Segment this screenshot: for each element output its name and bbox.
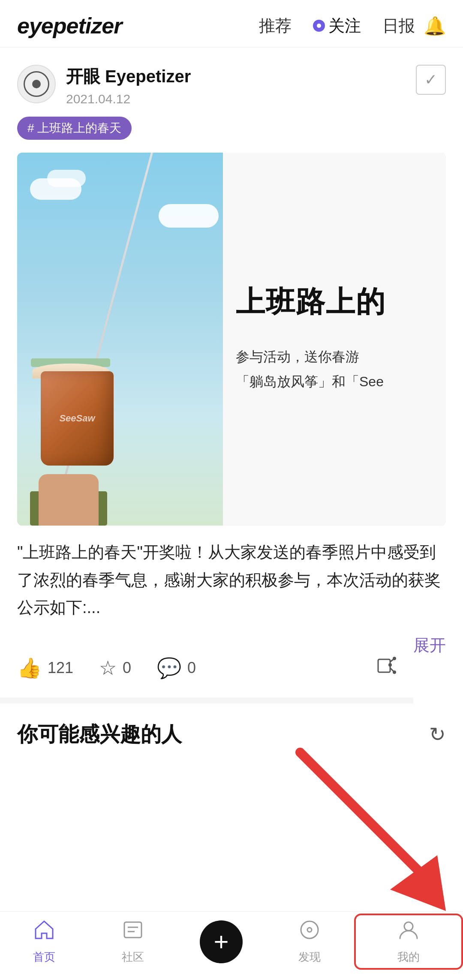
banner-photo-left: SeeSaw — [17, 153, 223, 526]
post-header: 开眼 Eyepetizer 2021.04.12 ✓ — [17, 65, 446, 106]
svg-rect-0 — [378, 659, 390, 672]
like-icon: 👍 — [17, 656, 42, 679]
banner-title: 上班路上的 — [236, 284, 433, 319]
like-count: 121 — [48, 659, 73, 677]
comment-count: 0 — [187, 659, 196, 677]
svg-point-11 — [301, 921, 318, 938]
sky-background: SeeSaw — [17, 153, 223, 526]
svg-point-5 — [388, 663, 392, 667]
refresh-icon[interactable]: ↻ — [429, 723, 446, 746]
avatar-inner — [24, 71, 49, 97]
cloud-3 — [159, 204, 219, 228]
community-label: 社区 — [122, 950, 144, 965]
post-banner-image[interactable]: SeeSaw 上班路上的 参与活动，送你春游 「躺岛放风筝」和「See — [17, 153, 446, 526]
discover-icon — [298, 919, 321, 946]
svg-point-3 — [393, 657, 396, 660]
bottom-nav: 首页 社区 + 发现 我的 — [0, 911, 463, 980]
post-meta: 开眼 Eyepetizer 2021.04.12 — [66, 65, 416, 106]
svg-line-6 — [300, 752, 420, 872]
bell-icon[interactable]: 🔔 — [424, 15, 446, 36]
follow-dot-icon — [313, 20, 325, 32]
like-action[interactable]: 👍 121 — [17, 656, 73, 679]
nav-add[interactable]: + — [177, 920, 265, 963]
tab-recommend[interactable]: 推荐 — [259, 15, 292, 37]
tab-follow[interactable]: 关注 — [313, 15, 361, 37]
avatar[interactable] — [17, 65, 56, 103]
banner-subtitle-line1: 参与活动，送你春游 — [236, 345, 433, 370]
banner-subtitle-line2: 「躺岛放风筝」和「See — [236, 370, 433, 394]
discover-label: 发现 — [298, 950, 321, 965]
check-button[interactable]: ✓ — [416, 65, 446, 95]
nav-discover[interactable]: 发现 — [265, 919, 354, 965]
cup-body: SeeSaw — [41, 371, 114, 466]
post-card: 开眼 Eyepetizer 2021.04.12 ✓ # 上班路上的春天 — [0, 48, 463, 643]
nav-mine[interactable]: 我的 — [354, 914, 463, 970]
nav-community[interactable]: 社区 — [88, 919, 177, 965]
banner-subtitle: 参与活动，送你春游 「躺岛放风筝」和「See — [236, 345, 433, 394]
post-body-content: "上班路上的春天"开奖啦！从大家发送的春季照片中感受到了浓烈的春季气息，感谢大家… — [17, 543, 441, 616]
cup-container: SeeSaw — [34, 371, 120, 500]
cloud-2 — [47, 170, 86, 187]
nav-home[interactable]: 首页 — [0, 919, 88, 965]
red-arrow-svg — [206, 744, 463, 915]
star-icon: ☆ — [99, 656, 117, 679]
share-button[interactable] — [376, 656, 396, 680]
svg-point-4 — [393, 670, 396, 674]
add-icon: + — [213, 929, 228, 955]
home-label: 首页 — [33, 950, 55, 965]
favorite-action[interactable]: ☆ 0 — [99, 656, 131, 679]
app-logo: eyepetizer — [17, 13, 259, 39]
post-body-text: "上班路上的春天"开奖啦！从大家发送的春季照片中感受到了浓烈的春季气息，感谢大家… — [17, 538, 446, 630]
action-bar: 👍 121 ☆ 0 💬 0 — [0, 643, 413, 703]
tag-row: # 上班路上的春天 — [17, 117, 446, 140]
recommend-section: 你可能感兴趣的人 ↻ — [0, 703, 463, 761]
expand-button[interactable]: 展开 — [413, 634, 446, 656]
arrow-annotation-area — [0, 761, 463, 890]
post-tag[interactable]: # 上班路上的春天 — [17, 117, 132, 140]
svg-rect-8 — [124, 922, 141, 938]
banner-text-right: 上班路上的 参与活动，送你春游 「躺岛放风筝」和「See — [223, 153, 446, 526]
recommend-title: 你可能感兴趣的人 — [17, 721, 182, 748]
header: eyepetizer 推荐 关注 日报 🔔 — [0, 0, 463, 48]
mine-icon — [397, 919, 420, 946]
nav-tabs: 推荐 关注 日报 — [259, 15, 415, 37]
add-button[interactable]: + — [200, 920, 243, 963]
comment-icon: 💬 — [157, 656, 181, 679]
post-date: 2021.04.12 — [66, 92, 416, 106]
tab-daily[interactable]: 日报 — [382, 15, 415, 37]
post-author: 开眼 Eyepetizer — [66, 65, 416, 88]
cup-brand-label: SeeSaw — [59, 413, 95, 424]
comment-action[interactable]: 💬 0 — [157, 656, 196, 679]
check-icon: ✓ — [424, 71, 437, 89]
svg-point-12 — [307, 928, 312, 932]
svg-marker-7 — [390, 855, 446, 911]
community-icon — [122, 919, 144, 946]
svg-point-13 — [404, 922, 413, 931]
favorite-count: 0 — [123, 659, 131, 677]
mine-label: 我的 — [397, 950, 420, 965]
home-icon — [33, 919, 55, 946]
